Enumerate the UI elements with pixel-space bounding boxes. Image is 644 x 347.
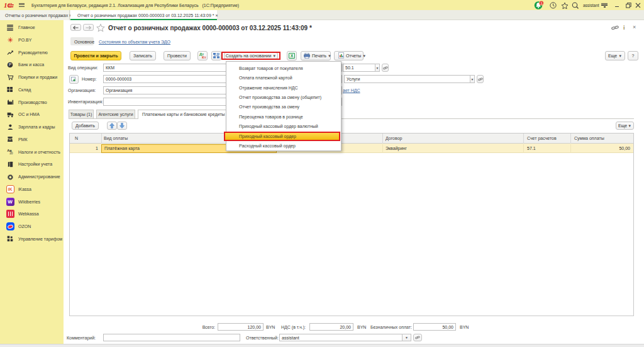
svg-text:1: 1 [541,1,543,5]
svg-text:20: 20 [9,152,13,154]
svg-text:Р: Р [9,62,11,67]
